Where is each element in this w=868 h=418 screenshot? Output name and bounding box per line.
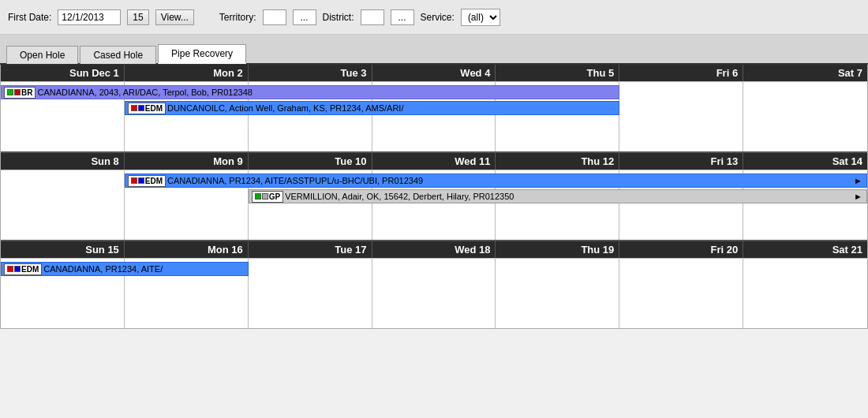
event-edm-text: DUNCANOILC, Action Well, Graham, KS, PR1… [167, 103, 403, 113]
ev-dot-blue2 [138, 177, 144, 184]
cell-fri6 [619, 82, 743, 151]
day-header-tue17: Tue 17 [249, 241, 372, 258]
week-2: Sun 8 Mon 9 Tue 10 Wed 11 Thu 12 Fri 13 … [1, 151, 867, 240]
arrow-right-gp: ► [854, 192, 864, 201]
cell-wed18 [372, 259, 496, 328]
ev-dot-blue3 [14, 266, 21, 272]
service-label: Service: [421, 12, 455, 23]
ev-badge-br: BR [4, 87, 36, 99]
service-select[interactable]: (all) [461, 9, 500, 26]
event-edm-duncanoilc[interactable]: EDM DUNCANOILC, Action Well, Graham, KS,… [125, 101, 619, 115]
district-input[interactable] [361, 9, 384, 25]
week-3: Sun 15 Mon 16 Tue 17 Wed 18 Thu 19 Fri 2… [1, 240, 867, 328]
cell-fri20 [619, 259, 743, 328]
ev-badge-edm2: EDM [128, 175, 166, 187]
day-header-mon2: Mon 2 [125, 65, 249, 81]
ev-dot-green [7, 89, 13, 95]
day-header-fri20: Fri 20 [619, 241, 743, 258]
ev-dot-red3 [131, 177, 137, 184]
week-1-body: BR CANADIANNA, 2043, ARI/DAC, Terpol, Bo… [1, 81, 867, 151]
ev-badge-edm: EDM [128, 103, 166, 114]
day-header-fri13: Fri 13 [619, 153, 743, 170]
day-header-sat14: Sat 14 [743, 153, 867, 170]
first-date-label: First Date: [8, 12, 51, 23]
ev-badge-edm3: EDM [4, 263, 42, 275]
day-header-thu12: Thu 12 [496, 153, 619, 170]
day-header-tue3: Tue 3 [249, 65, 372, 81]
event-gp-vermillion[interactable]: GP VERMILLION, Adair, OK, 15642, Derbert… [249, 189, 867, 203]
event-br-text: CANADIANNA, 2043, ARI/DAC, Terpol, Bob, … [37, 88, 253, 97]
week-3-header: Sun 15 Mon 16 Tue 17 Wed 18 Thu 19 Fri 2… [1, 241, 867, 258]
calendar-button[interactable]: 15 [127, 9, 148, 25]
week-2-header: Sun 8 Mon 9 Tue 10 Wed 11 Thu 12 Fri 13 … [1, 153, 867, 170]
day-header-thu19: Thu 19 [496, 241, 619, 258]
day-header-sun8: Sun 8 [1, 153, 125, 170]
week-2-body: EDM CANADIANNA, PR1234, AITE/ASSTPUPL/u-… [1, 170, 867, 240]
day-header-wed4: Wed 4 [372, 65, 496, 81]
week-1-header: Sun Dec 1 Mon 2 Tue 3 Wed 4 Thu 5 Fri 6 … [1, 65, 867, 81]
view-button[interactable]: View... [155, 9, 194, 25]
day-header-mon16: Mon 16 [125, 241, 249, 258]
territory-label: Territory: [219, 12, 256, 23]
event-edm-canadianna3[interactable]: EDM CANADIANNA, PR1234, AITE/ [1, 262, 249, 276]
tab-pipe-recovery[interactable]: Pipe Recovery [158, 44, 246, 64]
event-gp-text: VERMILLION, Adair, OK, 15642, Derbert, H… [285, 192, 514, 201]
district-ellipsis[interactable]: ... [391, 9, 414, 25]
event-br-canadianna[interactable]: BR CANADIANNA, 2043, ARI/DAC, Terpol, Bo… [1, 85, 619, 99]
cell-sat7 [743, 82, 867, 151]
tab-open-hole[interactable]: Open Hole [6, 46, 78, 64]
tab-cased-hole[interactable]: Cased Hole [80, 46, 156, 64]
event-edm-canadianna2[interactable]: EDM CANADIANNA, PR1234, AITE/ASSTPUPL/u-… [125, 174, 867, 188]
week-1: Sun Dec 1 Mon 2 Tue 3 Wed 4 Thu 5 Fri 6 … [1, 65, 867, 151]
day-header-sat7: Sat 7 [743, 65, 867, 81]
tabs-bar: Open Hole Cased Hole Pipe Recovery [0, 35, 868, 65]
cell-thu19 [496, 259, 619, 328]
territory-input[interactable] [263, 9, 286, 25]
ev-dot-green2 [255, 193, 261, 200]
ev-dot-red4 [7, 266, 13, 272]
day-header-sun15: Sun 15 [1, 241, 125, 258]
toolbar: First Date: 15 View... Territory: ... Di… [0, 0, 868, 35]
day-header-tue10: Tue 10 [249, 153, 372, 170]
day-header-mon9: Mon 9 [125, 153, 249, 170]
day-header-sun1: Sun Dec 1 [1, 65, 125, 81]
day-header-wed11: Wed 11 [372, 153, 496, 170]
day-header-sat21: Sat 21 [743, 241, 867, 258]
ev-dot-red [14, 89, 21, 95]
cell-tue17 [249, 259, 372, 328]
event-edm2-text: CANADIANNA, PR1234, AITE/ASSTPUPL/u-BHC/… [167, 176, 423, 185]
week-3-body: EDM CANADIANNA, PR1234, AITE/ [1, 258, 867, 328]
district-label: District: [323, 12, 354, 23]
ev-badge-gp: GP [252, 191, 283, 203]
ev-dot-blue [138, 105, 144, 111]
ev-dot-red2 [131, 105, 137, 111]
day-header-thu5: Thu 5 [496, 65, 619, 81]
day-header-wed18: Wed 18 [372, 241, 496, 258]
arrow-right-edm2: ► [854, 176, 864, 185]
calendar: Sun Dec 1 Mon 2 Tue 3 Wed 4 Thu 5 Fri 6 … [0, 65, 868, 329]
ev-dot-gray [262, 193, 268, 200]
territory-ellipsis[interactable]: ... [293, 9, 316, 25]
event-edm3-text: CANADIANNA, PR1234, AITE/ [43, 264, 163, 274]
day-header-fri6: Fri 6 [619, 65, 743, 81]
cell-sun8 [1, 170, 125, 240]
first-date-input[interactable] [58, 9, 121, 25]
cell-sat21 [743, 259, 867, 328]
